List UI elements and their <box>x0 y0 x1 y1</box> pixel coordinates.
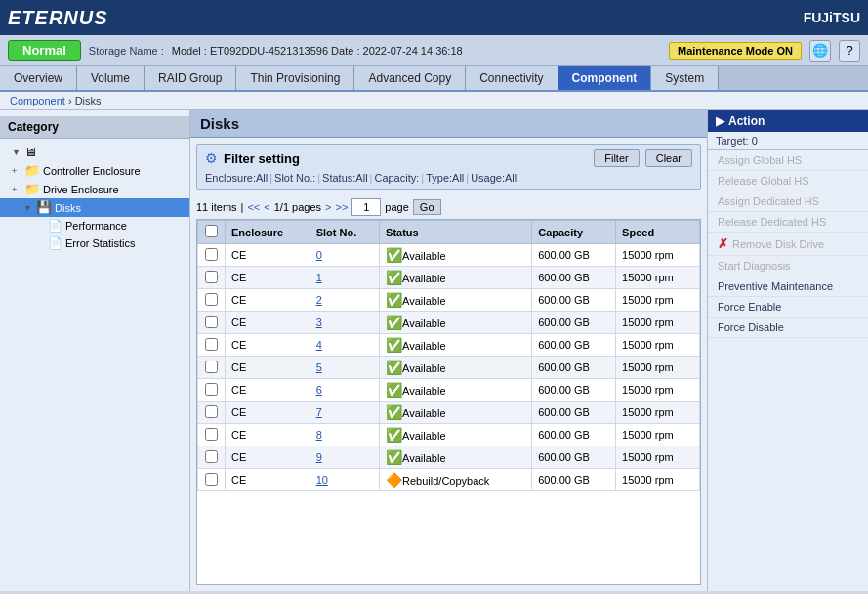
sep2: | <box>317 172 320 184</box>
row-checkbox-8[interactable] <box>205 428 218 441</box>
page-nav-last[interactable]: >> <box>336 201 349 213</box>
slot-link-1[interactable]: 1 <box>316 272 322 283</box>
row-checkbox-9[interactable] <box>205 450 218 463</box>
page-icon-err: 📄 <box>48 236 62 250</box>
cell-slot-0[interactable]: 0 <box>310 244 379 267</box>
cell-slot-3[interactable]: 3 <box>310 312 379 334</box>
slot-link-6[interactable]: 6 <box>316 384 322 396</box>
slot-link-10[interactable]: 10 <box>316 474 328 486</box>
nav-tabs: Overview Volume RAID Group Thin Provisio… <box>0 66 868 92</box>
sidebar-item-disks[interactable]: ▼ 💾 Disks <box>0 198 189 217</box>
help-icon[interactable]: ? <box>839 40 860 62</box>
row-checkbox-0[interactable] <box>205 248 218 261</box>
cell-slot-4[interactable]: 4 <box>310 334 379 357</box>
sidebar-label-disks: Disks <box>55 202 81 214</box>
action-assign-dedicated-hs[interactable]: Assign Dedicated HS <box>708 191 868 212</box>
cell-speed-1: 15000 rpm <box>616 267 700 289</box>
page-input[interactable] <box>351 198 381 216</box>
select-all-checkbox[interactable] <box>205 225 218 237</box>
cell-capacity-3: 600.00 GB <box>532 312 616 334</box>
sidebar-item-performance[interactable]: 📄 Performance <box>0 217 189 234</box>
filter-enclosure: Enclosure:All <box>205 172 268 184</box>
status-ok-icon: ✅ <box>386 292 402 308</box>
cell-speed-9: 15000 rpm <box>616 446 700 469</box>
tab-overview[interactable]: Overview <box>0 66 77 90</box>
cell-speed-2: 15000 rpm <box>616 289 700 312</box>
cell-enclosure-3: CE <box>226 312 310 334</box>
filter-header: ⚙ Filter setting Filter Clear <box>205 149 692 167</box>
status-ok-icon: ✅ <box>386 449 402 465</box>
row-checkbox-6[interactable] <box>205 383 218 396</box>
content-title: Disks <box>190 110 707 138</box>
cell-slot-1[interactable]: 1 <box>310 267 379 289</box>
clear-button[interactable]: Clear <box>645 149 692 167</box>
filter-type: Type:All <box>426 172 464 184</box>
cell-slot-2[interactable]: 2 <box>310 289 379 312</box>
disks-table-area: Enclosure Slot No. Status Capacity Speed… <box>196 219 701 585</box>
slot-link-8[interactable]: 8 <box>316 429 322 441</box>
action-force-disable[interactable]: Force Disable <box>708 318 868 338</box>
tab-volume[interactable]: Volume <box>77 66 145 90</box>
action-start-diagnosis[interactable]: Start Diagnosis <box>708 256 868 276</box>
sidebar-item-error-statistics[interactable]: 📄 Error Statistics <box>0 234 189 252</box>
slot-link-9[interactable]: 9 <box>316 451 322 463</box>
action-assign-global-hs[interactable]: Assign Global HS <box>708 150 868 171</box>
content-area: Disks ⚙ Filter setting Filter Clear Encl… <box>190 110 707 591</box>
slot-link-7[interactable]: 7 <box>316 406 322 418</box>
col-header-speed: Speed <box>616 221 700 244</box>
go-button[interactable]: Go <box>413 199 441 215</box>
cell-capacity-7: 600.00 GB <box>532 402 616 424</box>
row-checkbox-5[interactable] <box>205 361 218 373</box>
page-nav-next[interactable]: > <box>325 201 331 213</box>
action-release-global-hs[interactable]: Release Global HS <box>708 171 868 191</box>
pagination: 11 items | << < 1/1 pages > >> page Go <box>190 195 707 219</box>
filter-button[interactable]: Filter <box>594 149 639 167</box>
row-checkbox-4[interactable] <box>205 338 218 351</box>
cell-speed-10: 15000 rpm <box>616 469 700 491</box>
row-checkbox-1[interactable] <box>205 271 218 283</box>
status-ok-icon: ✅ <box>386 382 402 398</box>
cell-slot-6[interactable]: 6 <box>310 379 379 402</box>
table-row: CE10🔶Rebuild/Copyback600.00 GB15000 rpm <box>198 469 700 491</box>
cell-slot-10[interactable]: 10 <box>310 469 379 491</box>
slot-link-4[interactable]: 4 <box>316 339 322 351</box>
folder-icon-drive: 📁 <box>24 182 40 196</box>
table-row: CE5✅Available600.00 GB15000 rpm <box>198 357 700 379</box>
action-force-enable[interactable]: Force Enable <box>708 297 868 318</box>
remove-x-icon: ✗ <box>718 236 728 251</box>
cell-status-9: ✅Available <box>380 446 532 469</box>
sidebar-item-controller-enclosure[interactable]: + 📁 Controller Enclosure <box>0 161 189 180</box>
tab-raid-group[interactable]: RAID Group <box>145 66 236 90</box>
cell-capacity-1: 600.00 GB <box>532 267 616 289</box>
tab-system[interactable]: System <box>651 66 719 90</box>
table-row: CE4✅Available600.00 GB15000 rpm <box>198 334 700 357</box>
action-release-dedicated-hs[interactable]: Release Dedicated HS <box>708 212 868 233</box>
page-nav-prev[interactable]: < <box>264 201 269 213</box>
cell-slot-7[interactable]: 7 <box>310 402 379 424</box>
slot-link-5[interactable]: 5 <box>316 361 322 373</box>
tab-advanced-copy[interactable]: Advanced Copy <box>354 66 466 90</box>
breadcrumb-component[interactable]: Component <box>10 95 65 106</box>
slot-link-0[interactable]: 0 <box>316 249 322 261</box>
fujitsu-logo: FUJiTSU <box>804 10 860 25</box>
row-checkbox-2[interactable] <box>205 293 218 306</box>
tab-thin-provisioning[interactable]: Thin Provisioning <box>236 66 354 90</box>
slot-link-3[interactable]: 3 <box>316 317 322 328</box>
cell-capacity-6: 600.00 GB <box>532 379 616 402</box>
globe-icon[interactable]: 🌐 <box>809 40 831 62</box>
row-checkbox-7[interactable] <box>205 405 218 418</box>
cell-slot-9[interactable]: 9 <box>310 446 379 469</box>
slot-link-2[interactable]: 2 <box>316 294 322 306</box>
action-remove-disk[interactable]: ✗ Remove Disk Drive <box>708 233 868 256</box>
row-checkbox-10[interactable] <box>205 473 218 486</box>
maintenance-mode-button[interactable]: Maintenance Mode ON <box>669 42 802 60</box>
cell-slot-8[interactable]: 8 <box>310 424 379 446</box>
sidebar-item-drive-enclosure[interactable]: + 📁 Drive Enclosure <box>0 180 189 198</box>
page-nav-first[interactable]: << <box>247 201 260 213</box>
action-preventive-maintenance[interactable]: Preventive Maintenance <box>708 276 868 297</box>
row-checkbox-3[interactable] <box>205 316 218 328</box>
status-ok-icon: ✅ <box>386 404 402 420</box>
tab-connectivity[interactable]: Connectivity <box>466 66 558 90</box>
cell-slot-5[interactable]: 5 <box>310 357 379 379</box>
tab-component[interactable]: Component <box>558 66 652 90</box>
